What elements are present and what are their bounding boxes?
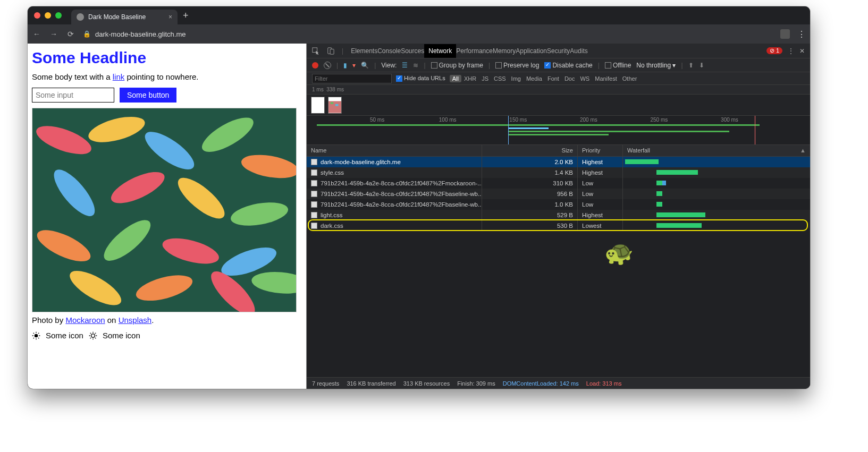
row-waterfall: [623, 167, 810, 178]
lock-icon: 🔒: [83, 30, 91, 38]
svg-rect-42: [335, 104, 339, 106]
network-table-header: Name Size Priority Waterfall▲: [307, 145, 810, 157]
filmstrip-icon[interactable]: ▮: [343, 62, 347, 69]
credit-pre: Photo by: [32, 315, 65, 325]
hide-data-urls-checkbox[interactable]: Hide data URLs: [396, 75, 445, 82]
clear-button[interactable]: [324, 62, 331, 69]
col-header-name[interactable]: Name: [307, 145, 482, 156]
col-header-size[interactable]: Size: [482, 145, 578, 156]
filter-type-manifest[interactable]: Manifest: [592, 75, 620, 82]
browser-menu-icon[interactable]: ⋮: [797, 29, 806, 39]
devtools-close-icon[interactable]: ✕: [799, 47, 805, 55]
extension-icon[interactable]: [780, 29, 790, 39]
network-row[interactable]: 791b2241-459b-4a2e-8cca-c0fdc21f0487%2Fm…: [307, 178, 810, 189]
form-row: Some button: [32, 88, 302, 103]
filter-type-js[interactable]: JS: [479, 75, 491, 82]
filmstrip-frame[interactable]: [328, 97, 342, 114]
filter-type-img[interactable]: Img: [509, 75, 524, 82]
hero-image: [32, 108, 297, 312]
network-row[interactable]: style.css1.4 KBHighest: [307, 167, 810, 178]
devtools-panel: | ElementsConsoleSourcesNetworkPerforman…: [307, 44, 810, 389]
filter-icon[interactable]: ▾: [352, 62, 356, 69]
view-list-icon[interactable]: ☰: [402, 62, 408, 69]
download-har-icon[interactable]: ⬇: [699, 62, 704, 69]
offline-checkbox[interactable]: Offline: [605, 62, 631, 69]
filter-type-all[interactable]: All: [450, 75, 461, 82]
network-row[interactable]: dark-mode-baseline.glitch.me2.0 KBHighes…: [307, 157, 810, 167]
some-input[interactable]: [32, 88, 114, 103]
window-minimize[interactable]: [45, 12, 51, 19]
devtools-tab-console[interactable]: Console: [377, 47, 401, 55]
photo-credit: Photo by Mockaroon on Unsplash.: [32, 315, 302, 325]
devtools-more-icon[interactable]: ⋮: [788, 47, 794, 55]
row-name: dark-mode-baseline.glitch.me: [321, 159, 401, 165]
new-tab-button[interactable]: +: [183, 10, 189, 21]
devtools-tab-memory[interactable]: Memory: [493, 47, 516, 55]
col-header-priority[interactable]: Priority: [578, 145, 623, 156]
some-button[interactable]: Some button: [120, 88, 176, 103]
devtools-tab-audits[interactable]: Audits: [570, 47, 587, 55]
status-requests: 7 requests: [312, 380, 339, 387]
filter-type-font[interactable]: Font: [545, 75, 562, 82]
page-body: Some body text with a link pointing to n…: [32, 72, 302, 81]
status-resources: 313 KB resources: [403, 380, 450, 387]
devtools-tab-elements[interactable]: Elements: [351, 47, 377, 55]
filter-type-ws[interactable]: WS: [577, 75, 592, 82]
view-overview-icon[interactable]: ≋: [413, 62, 418, 69]
window-close[interactable]: [34, 12, 40, 19]
upload-har-icon[interactable]: ⬆: [688, 62, 694, 69]
network-row[interactable]: 791b2241-459b-4a2e-8cca-c0fdc21f0487%2Fb…: [307, 199, 810, 210]
search-icon[interactable]: 🔍: [361, 62, 369, 69]
devtools-tab-application[interactable]: Application: [516, 47, 547, 55]
group-by-frame-checkbox[interactable]: Group by frame: [431, 62, 483, 69]
network-table-body: 🐢 dark-mode-baseline.glitch.me2.0 KBHigh…: [307, 157, 810, 377]
tab-close-icon[interactable]: ×: [168, 13, 172, 21]
inspect-icon[interactable]: [312, 47, 319, 55]
window-maximize[interactable]: [55, 12, 62, 19]
network-row[interactable]: light.css529 BHighest: [307, 210, 810, 220]
credit-author-link[interactable]: Mockaroon: [65, 315, 105, 325]
devtools-tab-security[interactable]: Security: [547, 47, 570, 55]
filmstrip[interactable]: [307, 95, 810, 116]
omnibox[interactable]: 🔒 dark-mode-baseline.glitch.me: [83, 30, 186, 38]
file-type-icon: [311, 212, 317, 218]
file-type-icon: [311, 223, 317, 229]
filter-type-xhr[interactable]: XHR: [461, 75, 479, 82]
devtools-tab-performance[interactable]: Performance: [456, 47, 493, 55]
svg-line-26: [38, 332, 39, 333]
error-badge[interactable]: ⊘ 1: [766, 47, 782, 54]
network-row[interactable]: 791b2241-459b-4a2e-8cca-c0fdc21f0487%2Fb…: [307, 189, 810, 199]
row-size: 956 B: [482, 189, 578, 199]
filmstrip-frame[interactable]: [311, 97, 325, 114]
body-link[interactable]: link: [113, 72, 125, 81]
network-row[interactable]: dark.css530 BLowest: [307, 220, 810, 231]
row-size: 1.4 KB: [482, 167, 578, 178]
device-toggle-icon[interactable]: [327, 47, 334, 55]
icon-label-2: Some icon: [103, 331, 140, 340]
nav-forward-icon[interactable]: →: [49, 30, 58, 38]
favicon: [77, 13, 84, 21]
overview-timeline[interactable]: 50 ms100 ms150 ms200 ms250 ms300 ms: [307, 116, 810, 145]
throttling-select[interactable]: No throttling ▾: [636, 62, 676, 69]
filter-type-css[interactable]: CSS: [491, 75, 509, 82]
nav-back-icon[interactable]: ←: [32, 30, 41, 38]
filter-input[interactable]: [312, 74, 392, 83]
devtools-tab-network[interactable]: Network: [424, 44, 456, 58]
nav-reload-icon[interactable]: ⟳: [66, 30, 75, 38]
credit-site-link[interactable]: Unsplash: [119, 315, 152, 325]
file-type-icon: [311, 159, 317, 165]
network-status-bar: 7 requests 316 KB transferred 313 KB res…: [307, 377, 810, 389]
page-headline: Some Headline: [32, 49, 302, 67]
network-filter-bar: Hide data URLs AllXHRJSCSSImgMediaFontDo…: [307, 72, 810, 85]
devtools-tab-sources[interactable]: Sources: [401, 47, 424, 55]
disable-cache-checkbox[interactable]: Disable cache: [544, 62, 592, 69]
record-button[interactable]: [312, 62, 318, 69]
col-header-waterfall[interactable]: Waterfall▲: [623, 145, 810, 156]
filter-type-other[interactable]: Other: [620, 75, 640, 82]
filter-type-doc[interactable]: Doc: [562, 75, 578, 82]
row-size: 310 KB: [482, 178, 578, 189]
filter-type-media[interactable]: Media: [524, 75, 545, 82]
preserve-log-checkbox[interactable]: Preserve log: [495, 62, 539, 69]
svg-point-27: [91, 334, 95, 337]
browser-tab[interactable]: Dark Mode Baseline ×: [71, 10, 178, 24]
